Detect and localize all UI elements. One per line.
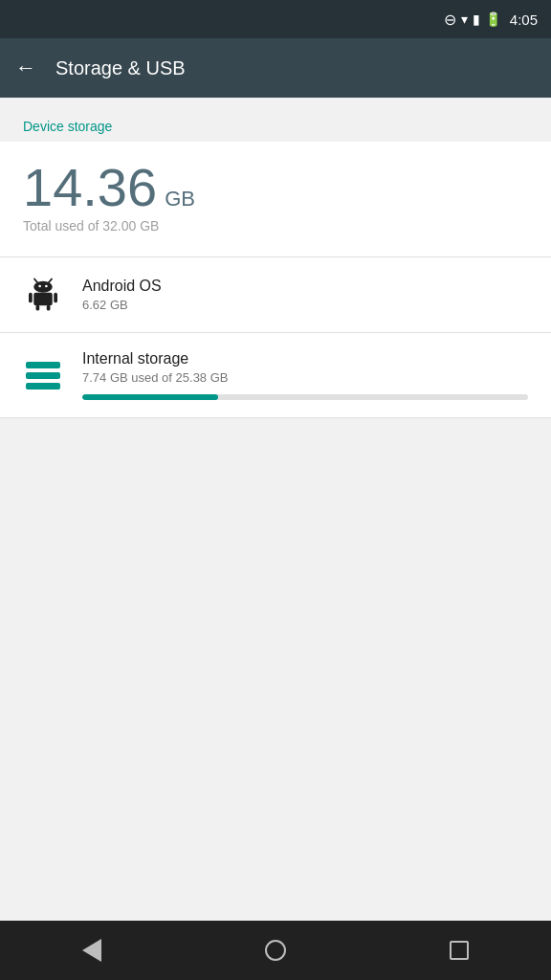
- android-os-item[interactable]: Android OS 6.62 GB: [0, 257, 551, 332]
- do-not-disturb-icon: ⊖: [444, 11, 456, 29]
- internal-storage-progress-container: [82, 394, 528, 400]
- internal-storage-size: 7.74 GB used of 25.38 GB: [82, 370, 528, 385]
- wifi-icon: ▾: [461, 11, 468, 27]
- status-icons: ⊖ ▾ ▮ 🔋 4:05: [444, 11, 538, 29]
- internal-storage-info: Internal storage 7.74 GB used of 25.38 G…: [82, 350, 528, 400]
- divider-3: [0, 417, 551, 418]
- device-storage-section-header: Device storage: [0, 98, 551, 142]
- content-area: Device storage 14.36 GB Total used of 32…: [0, 98, 551, 921]
- svg-point-4: [45, 285, 48, 288]
- svg-rect-7: [54, 293, 57, 303]
- nav-bar: [0, 921, 551, 980]
- battery-icon: 🔋: [485, 11, 501, 27]
- nav-back-button[interactable]: [68, 926, 116, 974]
- svg-rect-8: [36, 305, 40, 311]
- nav-back-icon: [82, 939, 101, 962]
- android-os-icon: [23, 275, 63, 315]
- svg-rect-5: [33, 293, 53, 306]
- nav-home-button[interactable]: [252, 926, 299, 974]
- app-bar: ← Storage & USB: [0, 38, 551, 98]
- android-os-name: Android OS: [82, 278, 528, 295]
- svg-rect-9: [47, 305, 51, 311]
- storage-used-display: 14.36 GB: [23, 161, 528, 214]
- android-os-size: 6.62 GB: [82, 298, 528, 312]
- storage-summary-card: 14.36 GB Total used of 32.00 GB: [0, 142, 551, 256]
- svg-point-3: [38, 285, 41, 288]
- internal-storage-item[interactable]: Internal storage 7.74 GB used of 25.38 G…: [0, 333, 551, 417]
- signal-icon: ▮: [473, 11, 480, 27]
- status-time: 4:05: [510, 11, 538, 28]
- storage-total-label: Total used of 32.00 GB: [23, 218, 528, 234]
- app-bar-title: Storage & USB: [55, 57, 186, 79]
- nav-recents-icon: [450, 941, 469, 960]
- internal-storage-progress-fill: [82, 394, 218, 400]
- storage-unit-label: GB: [165, 187, 195, 212]
- internal-storage-name: Internal storage: [82, 350, 528, 368]
- nav-home-icon: [265, 940, 286, 961]
- back-button[interactable]: ←: [15, 57, 36, 78]
- svg-point-2: [33, 281, 53, 293]
- internal-storage-icon: [23, 355, 63, 395]
- svg-rect-6: [29, 293, 33, 303]
- storage-used-number: 14.36: [23, 161, 157, 214]
- android-os-info: Android OS 6.62 GB: [82, 278, 528, 312]
- nav-recents-button[interactable]: [435, 926, 483, 974]
- status-bar: ⊖ ▾ ▮ 🔋 4:05: [0, 0, 551, 38]
